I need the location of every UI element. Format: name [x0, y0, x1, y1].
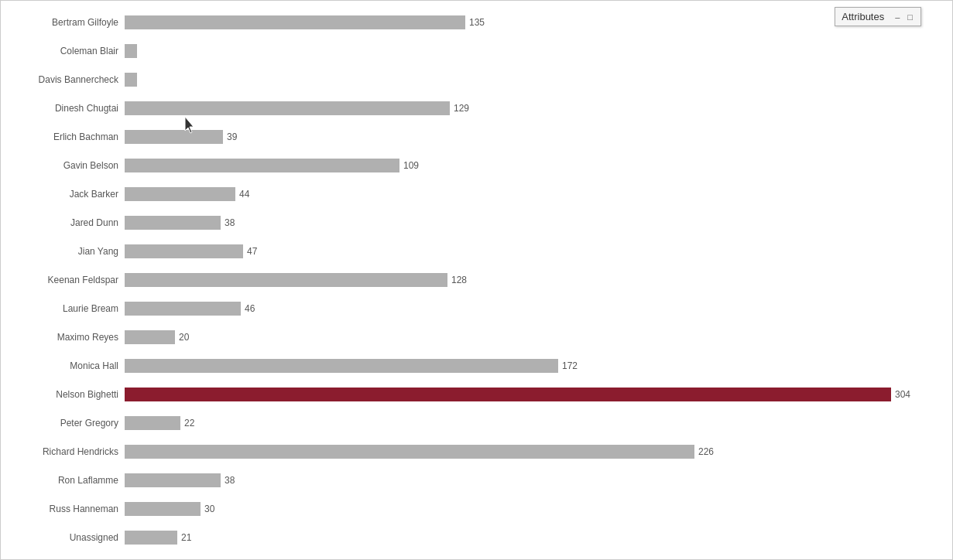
bar-wrapper: 172 — [125, 357, 952, 374]
bar-wrapper: 21 — [125, 529, 952, 546]
table-row[interactable]: Jared Dunn38 — [1, 209, 952, 236]
bar-label: Davis Bannercheck — [1, 74, 125, 85]
bar-fill — [125, 159, 399, 172]
table-row[interactable]: Dinesh Chugtai129 — [1, 94, 952, 121]
minimize-button[interactable]: – — [893, 12, 901, 22]
bar-label: Unassigned — [1, 532, 125, 543]
table-row[interactable]: Erlich Bachman39 — [1, 123, 952, 150]
table-row[interactable]: Unassigned21 — [1, 524, 952, 551]
bar-fill — [125, 244, 243, 258]
chart-container: Attributes – □ Bertram Gilfoyle135Colema… — [0, 0, 953, 560]
bar-wrapper: 38 — [125, 214, 952, 231]
bar-wrapper: 128 — [125, 271, 952, 289]
bar-label: Jian Yang — [1, 246, 125, 257]
bar-wrapper: 46 — [125, 300, 952, 317]
bar-value: 20 — [179, 332, 189, 343]
bar-value: 21 — [181, 532, 191, 543]
bar-wrapper: 22 — [125, 415, 952, 432]
maximize-button[interactable]: □ — [906, 12, 914, 22]
table-row[interactable]: Russ Hanneman30 — [1, 495, 952, 522]
table-row[interactable]: Davis Bannercheck — [1, 66, 952, 93]
bar-wrapper: 39 — [125, 128, 952, 145]
bar-wrapper: 304 — [125, 386, 952, 403]
bar-value: 304 — [895, 389, 910, 400]
bar-label: Ron Laflamme — [1, 475, 125, 486]
bar-value: 30 — [204, 504, 214, 514]
bar-fill — [125, 44, 137, 58]
bar-value: 46 — [245, 303, 255, 314]
bar-wrapper: 47 — [125, 243, 952, 260]
table-row[interactable]: Laurie Bream46 — [1, 295, 952, 322]
table-row[interactable]: Ron Laflamme38 — [1, 466, 952, 493]
bar-label: Laurie Bream — [1, 303, 125, 314]
bar-fill — [125, 502, 201, 516]
bar-wrapper: 30 — [125, 500, 952, 517]
panel-controls: – □ — [893, 12, 914, 22]
bar-fill — [125, 330, 175, 344]
bar-fill — [125, 273, 447, 287]
bar-fill — [125, 15, 465, 29]
bar-label: Maximo Reyes — [1, 332, 125, 343]
attributes-panel-title: Attributes — [842, 11, 884, 22]
bar-wrapper — [125, 43, 952, 60]
bar-label: Dinesh Chugtai — [1, 103, 125, 114]
bar-value: 38 — [225, 475, 235, 486]
bar-label: Richard Hendricks — [1, 446, 125, 457]
table-row[interactable]: Jack Barker44 — [1, 180, 952, 207]
table-row[interactable]: Maximo Reyes20 — [1, 323, 952, 350]
bar-fill — [125, 302, 241, 316]
bar-value: 129 — [454, 103, 469, 114]
bar-fill — [125, 388, 891, 401]
bar-fill — [125, 216, 221, 230]
bar-value: 128 — [451, 275, 467, 285]
bar-value: 172 — [562, 360, 578, 371]
table-row[interactable]: Keenan Feldspar128 — [1, 266, 952, 293]
bar-value: 47 — [247, 246, 257, 257]
bar-label: Peter Gregory — [1, 418, 125, 429]
bar-value: 44 — [239, 189, 249, 200]
bar-fill — [125, 531, 177, 545]
bar-label: Monica Hall — [1, 360, 125, 371]
bar-wrapper: 109 — [125, 157, 952, 174]
bar-wrapper — [125, 71, 952, 88]
bar-fill — [125, 416, 180, 430]
bar-fill — [125, 101, 450, 115]
table-row[interactable]: Gavin Belson109 — [1, 152, 952, 179]
bar-label: Jack Barker — [1, 189, 125, 200]
bar-value: 109 — [403, 160, 419, 171]
bar-fill — [125, 187, 235, 201]
bar-wrapper: 226 — [125, 443, 952, 460]
bar-label: Jared Dunn — [1, 217, 125, 228]
bar-fill — [125, 473, 221, 487]
bar-value: 39 — [227, 131, 237, 142]
table-row[interactable]: Nelson Bighetti304 — [1, 381, 952, 408]
bar-label: Russ Hanneman — [1, 504, 125, 514]
bar-label: Coleman Blair — [1, 46, 125, 56]
bar-wrapper: 20 — [125, 329, 952, 346]
attributes-panel: Attributes – □ — [835, 7, 921, 26]
bar-wrapper: 38 — [125, 472, 952, 489]
bar-chart: Bertram Gilfoyle135Coleman BlairDavis Ba… — [1, 9, 952, 551]
table-row[interactable]: Richard Hendricks226 — [1, 438, 952, 465]
bar-label: Gavin Belson — [1, 160, 125, 171]
bar-wrapper: 135 — [125, 14, 952, 31]
bar-label: Bertram Gilfoyle — [1, 17, 125, 28]
bar-label: Erlich Bachman — [1, 131, 125, 142]
bar-fill — [125, 73, 137, 87]
bar-wrapper: 44 — [125, 186, 952, 203]
bar-label: Keenan Feldspar — [1, 275, 125, 285]
table-row[interactable]: Monica Hall172 — [1, 352, 952, 379]
bar-value: 38 — [225, 217, 235, 228]
bar-wrapper: 129 — [125, 100, 952, 117]
table-row[interactable]: Bertram Gilfoyle135 — [1, 9, 952, 36]
bar-label: Nelson Bighetti — [1, 389, 125, 400]
table-row[interactable]: Jian Yang47 — [1, 237, 952, 265]
table-row[interactable]: Peter Gregory22 — [1, 409, 952, 436]
table-row[interactable]: Coleman Blair — [1, 37, 952, 64]
bar-fill — [125, 130, 223, 144]
bar-value: 226 — [698, 446, 714, 457]
bar-fill — [125, 359, 558, 373]
bar-value: 135 — [469, 17, 485, 28]
bar-value: 22 — [184, 418, 194, 429]
bar-fill — [125, 445, 694, 459]
